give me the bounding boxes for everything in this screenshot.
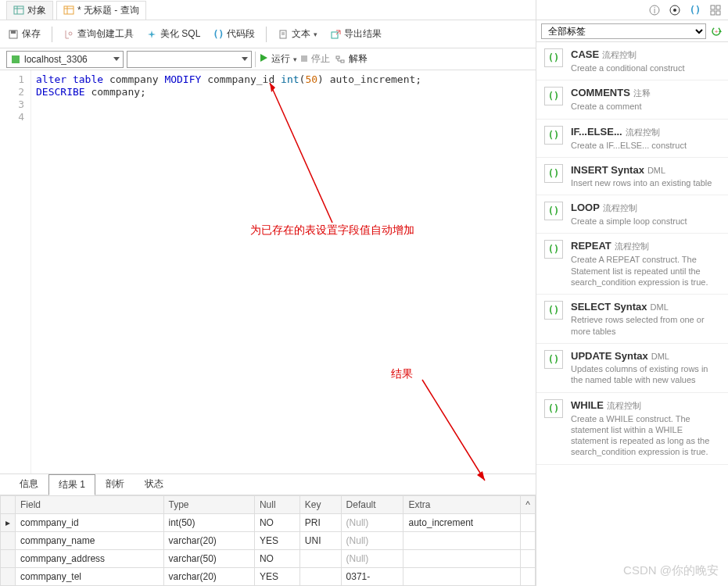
snippet-item[interactable]: () REPEAT流程控制 Create A REPEAT construct.… xyxy=(536,234,728,295)
database-select[interactable] xyxy=(127,51,252,68)
snippet-title: COMMENTS注释 xyxy=(571,87,720,99)
separator xyxy=(255,52,256,67)
svg-rect-15 xyxy=(336,56,339,59)
svg-rect-0 xyxy=(14,6,23,14)
snippet-desc: Create a WHILE construct. The statement … xyxy=(571,413,720,458)
save-button[interactable]: 保存 xyxy=(6,26,42,42)
snippet-title: LOOP流程控制 xyxy=(571,202,720,214)
snippet-icon: () xyxy=(544,301,563,320)
snippet-item[interactable]: () INSERT SyntaxDML Insert new rows into… xyxy=(536,158,728,195)
snippet-item[interactable]: () COMMENTS注释 Create a comment xyxy=(536,80,728,119)
snippet-desc: Retrieve rows selected from one or more … xyxy=(571,314,720,337)
tab-objects-label: 对象 xyxy=(27,4,46,17)
col-spacer: ^ xyxy=(521,496,536,514)
connection-bar: localhost_3306 运行 ▾ 停止 解释 xyxy=(0,48,536,70)
snippet-icon: () xyxy=(544,48,563,67)
snippet-icon: () xyxy=(544,126,563,145)
text-button[interactable]: 文本 ▾ xyxy=(276,26,319,42)
tab-result1[interactable]: 结果 1 xyxy=(48,474,95,495)
plug-icon xyxy=(10,54,21,65)
separator xyxy=(266,27,267,42)
col-null[interactable]: Null xyxy=(254,496,299,514)
document-icon xyxy=(278,29,289,40)
query-icon xyxy=(63,5,74,16)
svg-marker-30 xyxy=(719,30,722,32)
tab-analyze[interactable]: 剖析 xyxy=(95,473,134,495)
table-row[interactable]: commpany_addressvarchar(50)NO(Null) xyxy=(1,550,536,568)
separator xyxy=(52,27,52,42)
snippet-title: WHILE流程控制 xyxy=(571,399,720,412)
snippets-panel: i () 全部标签 + () CASE流程控制 Create a conditi… xyxy=(536,0,728,586)
tab-info[interactable]: 信息 xyxy=(9,473,48,495)
results-grid: Field Type Null Key Default Extra ^ ▸com… xyxy=(0,495,536,586)
svg-line-19 xyxy=(422,380,485,481)
snippet-icon: () xyxy=(544,240,563,259)
stop-button[interactable]: 停止 xyxy=(300,52,330,66)
snippet-list[interactable]: () CASE流程控制 Create a conditional constru… xyxy=(536,42,728,586)
snippet-item[interactable]: () IF...ELSE...流程控制 Create a IF...ELSE..… xyxy=(536,120,728,158)
tag-filter-row: 全部标签 + xyxy=(536,20,728,42)
brackets-icon: () xyxy=(213,29,224,40)
svg-rect-28 xyxy=(716,11,720,15)
snippet-desc: Create a simple loop construct xyxy=(571,216,720,227)
sparkle-icon xyxy=(146,29,157,40)
export-icon xyxy=(330,29,341,40)
snippet-item[interactable]: () SELECT SyntaxDML Retrieve rows select… xyxy=(536,295,728,344)
snippet-item[interactable]: () CASE流程控制 Create a conditional constru… xyxy=(536,42,728,80)
query-builder-button[interactable]: 查询创建工具 xyxy=(62,26,135,42)
table-row[interactable]: ▸commpany_idint(50)NOPRI(Null)auto_incre… xyxy=(1,514,536,532)
explain-button[interactable]: 解释 xyxy=(333,51,369,67)
beautify-sql-button[interactable]: 美化 SQL xyxy=(145,26,202,42)
svg-rect-26 xyxy=(716,5,720,9)
col-extra[interactable]: Extra xyxy=(403,496,521,514)
tab-status[interactable]: 状态 xyxy=(134,473,174,495)
grid-icon[interactable] xyxy=(709,4,722,16)
snippet-desc: Insert new rows into an existing table xyxy=(571,177,720,188)
result-tabs: 信息 结果 1 剖析 状态 xyxy=(0,473,536,495)
target-icon[interactable] xyxy=(669,4,681,16)
info-icon[interactable]: i xyxy=(648,4,661,16)
editor-tabs: 对象 * 无标题 - 查询 xyxy=(0,0,536,20)
snippet-icon: () xyxy=(544,87,563,105)
export-results-button[interactable]: 导出结果 xyxy=(328,26,383,42)
table-row[interactable]: commpany_namevarchar(20)YESUNI(Null) xyxy=(1,532,536,550)
svg-rect-7 xyxy=(11,30,16,34)
code-snippets-button[interactable]: () 代码段 xyxy=(211,26,256,42)
connection-select[interactable]: localhost_3306 xyxy=(6,51,124,68)
panel-mode-icons: i () xyxy=(536,0,728,20)
snippet-item[interactable]: () UPDATE SyntaxDML Updates columns of e… xyxy=(536,344,728,393)
svg-text:i: i xyxy=(654,6,655,15)
snippet-item[interactable]: () WHILE流程控制 Create a WHILE construct. T… xyxy=(536,393,728,465)
col-key[interactable]: Key xyxy=(299,496,341,514)
builder-icon xyxy=(63,29,74,40)
snippet-desc: Create a conditional construct xyxy=(571,63,720,73)
svg-text:+: + xyxy=(715,28,719,35)
snippet-item[interactable]: () LOOP流程控制 Create a simple loop constru… xyxy=(536,195,728,234)
col-type[interactable]: Type xyxy=(163,496,254,514)
snippet-icon: () xyxy=(544,202,563,220)
svg-rect-13 xyxy=(12,55,20,63)
table-row[interactable]: commpany_telvarchar(20)YES0371- xyxy=(1,568,536,586)
run-button[interactable]: 运行 ▾ xyxy=(259,52,297,66)
snippet-icon: () xyxy=(544,399,563,418)
tab-objects[interactable]: 对象 xyxy=(6,1,53,20)
svg-rect-12 xyxy=(332,32,338,38)
col-default[interactable]: Default xyxy=(341,496,403,514)
snippet-title: REPEAT流程控制 xyxy=(571,240,720,252)
snippet-icon: () xyxy=(544,350,563,369)
snippet-title: INSERT SyntaxDML xyxy=(571,164,720,176)
snippet-desc: Create A REPEAT construct. The Statement… xyxy=(571,254,720,288)
refresh-icon[interactable]: + xyxy=(709,24,723,38)
sql-editor[interactable]: 1 2 3 4 alter table commpany MODIFY comm… xyxy=(0,70,536,473)
snippet-desc: Create a comment xyxy=(571,101,720,112)
tag-filter-select[interactable]: 全部标签 xyxy=(541,23,706,39)
brackets-icon[interactable]: () xyxy=(689,4,701,16)
save-icon xyxy=(8,29,19,40)
snippet-title: CASE流程控制 xyxy=(571,48,720,61)
col-field[interactable]: Field xyxy=(16,496,164,514)
code-content: alter table commpany MODIFY commpany_id … xyxy=(31,70,426,473)
tab-query[interactable]: * 无标题 - 查询 xyxy=(56,1,146,20)
table-icon xyxy=(13,5,24,16)
svg-rect-27 xyxy=(711,11,715,15)
svg-point-24 xyxy=(673,9,676,12)
